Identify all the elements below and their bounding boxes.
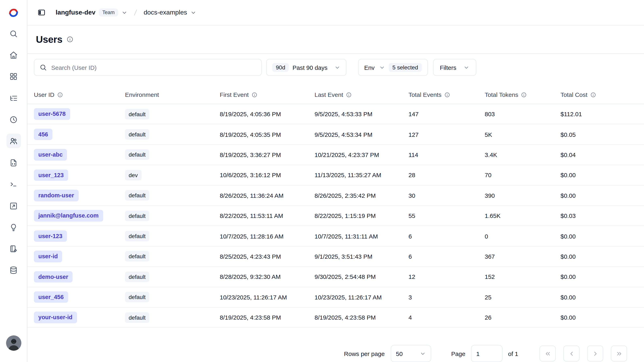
sidebar-item-datasets[interactable] [6,263,21,277]
filters-button[interactable]: Filters [433,59,476,76]
first-page-button[interactable] [540,345,556,361]
total-cost-cell: $0.00 [560,273,644,280]
col-header-total-tokens[interactable]: Total Tokens [485,91,560,98]
first-event-cell: 8/19/2025, 4:23:58 PM [220,314,314,321]
rows-per-page-select[interactable]: 50 [391,345,431,362]
col-label: Last Event [314,91,343,98]
user-id-link[interactable]: your-user-id [34,312,77,323]
total-tokens-cell: 0 [485,233,560,239]
sidebar-item-dashboards[interactable] [6,69,21,84]
table-row[interactable]: 456default8/19/2025, 4:05:35 PM9/5/2025,… [28,125,644,145]
org-switcher[interactable]: langfuse-dev Team [56,9,128,17]
sidebar-toggle-button[interactable] [35,6,48,19]
last-event-cell: 10/23/2025, 11:26:17 AM [314,294,408,300]
col-header-environment[interactable]: Environment [125,91,220,98]
filters-label: Filters [440,64,456,71]
environment-badge: default [125,292,149,302]
langfuse-logo[interactable] [0,0,27,26]
sidebar-item-users[interactable] [6,134,21,148]
table-row[interactable]: your-user-iddefault8/19/2025, 4:23:58 PM… [28,307,644,328]
total-events-cell: 6 [408,253,485,260]
evaluation-icon [9,202,18,210]
sidebar-item-evaluation[interactable] [6,199,21,213]
sidebar-item-llm-judge[interactable] [6,220,21,234]
total-cost-cell: $0.00 [560,233,644,239]
user-id-link[interactable]: demo-user [34,271,72,282]
first-event-cell: 8/22/2025, 11:53:11 AM [220,212,314,219]
users-icon [9,137,18,145]
user-id-link[interactable]: user-id [34,251,62,262]
sidebar-item-search[interactable] [6,26,21,41]
environment-badge: default [125,312,149,323]
pager-buttons [540,345,627,361]
sidebar-item-home[interactable] [6,48,21,62]
date-range-label: Past 90 days [292,64,328,71]
table-row[interactable]: user-abcdefault8/19/2025, 3:36:27 PM10/2… [28,145,644,165]
info-icon[interactable] [521,92,527,98]
environment-badge: dev [125,170,141,180]
chevron-down-icon [190,10,196,16]
user-id-link[interactable]: 456 [34,129,52,140]
total-events-cell: 114 [408,151,485,158]
user-id-link[interactable]: user_456 [34,291,68,303]
sidebar-nav [6,26,21,277]
user-id-link[interactable]: user-abc [34,149,67,160]
total-events-cell: 127 [408,131,485,138]
info-icon[interactable] [346,92,352,98]
sidebar-item-playground[interactable] [6,177,21,191]
table-row[interactable]: random-userdefault8/26/2025, 11:36:24 AM… [28,185,644,206]
env-filter-button[interactable]: Env 5 selected [358,59,428,76]
col-header-user-id[interactable]: User ID [34,91,125,98]
sidebar-item-tracing[interactable] [6,91,21,105]
total-events-cell: 55 [408,212,485,219]
info-icon[interactable] [444,92,450,98]
chevron-down-icon [463,64,469,70]
user-id-link[interactable]: jannik@langfuse.com [34,210,103,222]
total-tokens-cell: 25 [485,294,560,300]
date-range-badge: 90d [272,63,289,72]
user-id-link[interactable]: random-user [34,190,78,201]
date-range-button[interactable]: 90d Past 90 days [266,59,346,76]
table-row[interactable]: user-123default10/7/2025, 11:28:16 AM10/… [28,226,644,247]
info-icon[interactable] [57,92,63,98]
total-tokens-cell: 390 [485,192,560,199]
col-label: User ID [34,91,54,98]
col-header-first-event[interactable]: First Event [220,91,314,98]
table-row[interactable]: demo-userdefault8/28/2025, 9:32:30 AM9/3… [28,267,644,287]
table-row[interactable]: user-iddefault8/25/2025, 4:23:43 PM9/1/2… [28,246,644,267]
search-input[interactable] [50,64,256,71]
table-row[interactable]: jannik@langfuse.comdefault8/22/2025, 11:… [28,206,644,226]
user-id-link[interactable]: user-5678 [34,108,70,120]
col-label: Total Events [408,91,441,98]
user-id-link[interactable]: user_123 [34,169,68,181]
col-header-total-events[interactable]: Total Events [408,91,485,98]
info-icon[interactable] [252,92,257,98]
page-number-input[interactable] [471,345,502,362]
col-header-total-cost[interactable]: Total Cost [560,91,644,98]
first-event-cell: 8/19/2025, 4:05:36 PM [220,111,314,117]
first-event-cell: 8/19/2025, 4:05:35 PM [220,131,314,138]
sidebar-item-prompts[interactable] [6,155,21,170]
info-icon[interactable] [66,36,73,43]
info-icon[interactable] [590,92,596,98]
last-event-cell: 9/5/2025, 4:53:34 PM [314,131,408,138]
last-page-button[interactable] [611,345,627,361]
page-title: Users [36,34,62,45]
last-event-cell: 9/5/2025, 4:53:33 PM [314,111,408,117]
table-row[interactable]: user_123dev10/6/2025, 3:16:12 PM11/13/20… [28,165,644,185]
table-row[interactable]: user_456default10/23/2025, 11:26:17 AM10… [28,287,644,307]
user-id-link[interactable]: user-123 [34,230,67,242]
col-header-last-event[interactable]: Last Event [314,91,408,98]
sidebar-item-sessions[interactable] [6,112,21,127]
search-icon [9,29,18,38]
env-label: Env [364,64,374,71]
user-avatar[interactable] [6,335,21,351]
llm-judge-icon [9,223,18,231]
table-row[interactable]: user-5678default8/19/2025, 4:05:36 PM9/5… [28,104,644,125]
first-event-cell: 8/26/2025, 11:36:24 AM [220,192,314,199]
project-switcher[interactable]: docs-examples [144,9,196,16]
total-tokens-cell: 367 [485,253,560,260]
previous-page-button[interactable] [563,345,580,361]
next-page-button[interactable] [587,345,603,361]
sidebar-item-annotation[interactable] [6,241,21,256]
